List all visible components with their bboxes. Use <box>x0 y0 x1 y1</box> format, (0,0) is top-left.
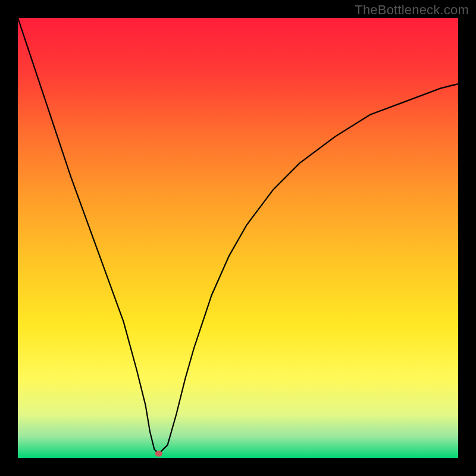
plot-area <box>18 18 458 458</box>
chart-svg <box>18 18 458 458</box>
optimum-marker <box>155 451 162 457</box>
watermark-text: TheBottleneck.com <box>355 2 469 18</box>
chart-frame: TheBottleneck.com <box>0 0 476 476</box>
gradient-background <box>18 18 458 458</box>
